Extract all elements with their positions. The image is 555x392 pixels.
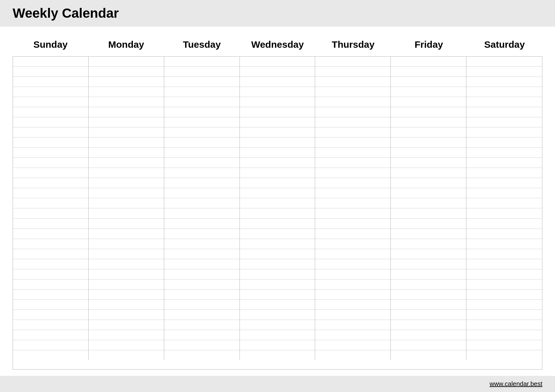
time-row[interactable]	[466, 229, 542, 239]
time-row[interactable]	[466, 87, 542, 97]
time-row[interactable]	[89, 87, 164, 97]
time-row[interactable]	[89, 208, 164, 218]
time-row[interactable]	[391, 87, 466, 97]
time-row[interactable]	[240, 208, 315, 218]
time-row[interactable]	[164, 259, 240, 269]
day-column-monday[interactable]	[89, 57, 164, 360]
time-row[interactable]	[315, 269, 390, 279]
time-row[interactable]	[315, 310, 390, 320]
time-row[interactable]	[164, 87, 240, 97]
time-row[interactable]	[466, 350, 542, 360]
time-row[interactable]	[391, 208, 466, 218]
time-row[interactable]	[391, 57, 466, 67]
time-row[interactable]	[164, 168, 240, 178]
time-row[interactable]	[240, 168, 315, 178]
time-row[interactable]	[240, 269, 315, 279]
time-row[interactable]	[89, 127, 164, 138]
time-row[interactable]	[315, 330, 390, 340]
time-row[interactable]	[466, 330, 542, 340]
time-row[interactable]	[13, 320, 88, 330]
time-row[interactable]	[391, 219, 466, 229]
time-row[interactable]	[391, 77, 466, 87]
time-row[interactable]	[89, 77, 164, 87]
time-row[interactable]	[13, 77, 88, 87]
time-row[interactable]	[240, 249, 315, 259]
time-row[interactable]	[391, 117, 466, 127]
time-row[interactable]	[89, 259, 164, 269]
day-column-saturday[interactable]	[466, 57, 542, 360]
time-row[interactable]	[315, 67, 390, 77]
time-row[interactable]	[240, 117, 315, 127]
time-row[interactable]	[240, 290, 315, 300]
time-row[interactable]	[466, 178, 542, 188]
time-row[interactable]	[240, 198, 315, 208]
time-row[interactable]	[89, 300, 164, 310]
time-row[interactable]	[89, 138, 164, 148]
time-row[interactable]	[89, 148, 164, 158]
time-row[interactable]	[89, 350, 164, 360]
time-row[interactable]	[315, 117, 390, 127]
time-row[interactable]	[466, 320, 542, 330]
time-row[interactable]	[164, 229, 240, 239]
time-row[interactable]	[89, 249, 164, 259]
time-row[interactable]	[13, 239, 88, 249]
time-row[interactable]	[13, 57, 88, 67]
time-row[interactable]	[240, 138, 315, 148]
time-row[interactable]	[89, 158, 164, 168]
time-row[interactable]	[89, 57, 164, 67]
day-column-thursday[interactable]	[315, 57, 391, 360]
time-row[interactable]	[466, 67, 542, 77]
time-row[interactable]	[89, 168, 164, 178]
time-row[interactable]	[240, 107, 315, 117]
time-row[interactable]	[466, 107, 542, 117]
time-row[interactable]	[315, 279, 390, 290]
time-row[interactable]	[391, 300, 466, 310]
time-row[interactable]	[240, 219, 315, 229]
time-row[interactable]	[240, 57, 315, 67]
time-row[interactable]	[240, 77, 315, 87]
time-row[interactable]	[315, 350, 390, 360]
time-row[interactable]	[89, 219, 164, 229]
time-row[interactable]	[164, 77, 240, 87]
time-row[interactable]	[13, 269, 88, 279]
time-row[interactable]	[164, 198, 240, 208]
time-row[interactable]	[466, 300, 542, 310]
time-row[interactable]	[13, 290, 88, 300]
time-row[interactable]	[391, 269, 466, 279]
time-row[interactable]	[240, 87, 315, 97]
time-row[interactable]	[89, 320, 164, 330]
time-row[interactable]	[164, 158, 240, 168]
time-row[interactable]	[164, 127, 240, 138]
time-row[interactable]	[164, 138, 240, 148]
time-row[interactable]	[240, 300, 315, 310]
time-row[interactable]	[315, 259, 390, 269]
time-row[interactable]	[89, 67, 164, 77]
time-row[interactable]	[315, 168, 390, 178]
time-row[interactable]	[13, 340, 88, 350]
time-row[interactable]	[240, 148, 315, 158]
time-row[interactable]	[13, 259, 88, 269]
time-row[interactable]	[466, 57, 542, 67]
time-row[interactable]	[315, 239, 390, 249]
time-row[interactable]	[240, 350, 315, 360]
time-row[interactable]	[89, 279, 164, 290]
time-row[interactable]	[315, 127, 390, 138]
time-row[interactable]	[315, 229, 390, 239]
time-row[interactable]	[164, 290, 240, 300]
time-row[interactable]	[13, 107, 88, 117]
time-row[interactable]	[315, 148, 390, 158]
time-row[interactable]	[391, 178, 466, 188]
time-row[interactable]	[315, 188, 390, 198]
time-row[interactable]	[391, 259, 466, 269]
time-row[interactable]	[164, 300, 240, 310]
time-row[interactable]	[391, 340, 466, 350]
time-row[interactable]	[13, 87, 88, 97]
time-row[interactable]	[13, 127, 88, 138]
time-row[interactable]	[89, 178, 164, 188]
time-row[interactable]	[466, 77, 542, 87]
time-row[interactable]	[466, 117, 542, 127]
time-row[interactable]	[164, 148, 240, 158]
time-row[interactable]	[89, 330, 164, 340]
time-row[interactable]	[13, 350, 88, 360]
time-row[interactable]	[13, 229, 88, 239]
